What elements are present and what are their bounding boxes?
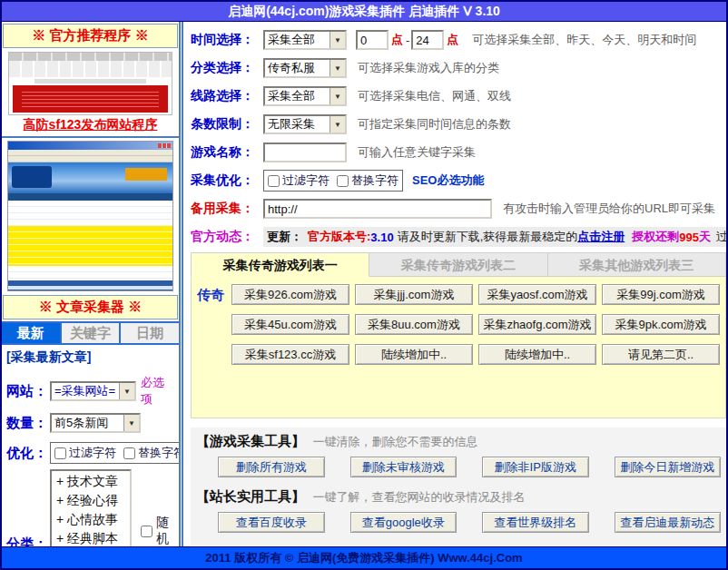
- collect-game-button[interactable]: 采集jjj.com游戏: [355, 284, 473, 305]
- tab-keyword[interactable]: 关键字: [62, 323, 122, 343]
- tab-legend-list-2[interactable]: 采集传奇游戏列表二: [369, 252, 547, 277]
- delete-unreviewed-games-button[interactable]: 删除未审核游戏: [350, 457, 457, 477]
- collect-optimize-row: 采集优化： 过滤字符 替换字符 SEO必选功能: [191, 171, 726, 191]
- seo-hint: SEO必选功能: [412, 172, 484, 189]
- chevron-down-icon[interactable]: ▼: [330, 88, 345, 104]
- collect-game-button[interactable]: 采集8uu.com游戏: [355, 314, 473, 335]
- category-listbox[interactable]: + 技术文章 + 经验心得 + 心情故事 + 经典脚本: [50, 469, 132, 546]
- tab-latest[interactable]: 最新: [2, 323, 62, 343]
- promo-caption-link[interactable]: 高防sf123发布网站程序: [2, 115, 179, 138]
- limit-help: 可指定采集同时间信息的条数: [358, 116, 511, 133]
- check-baidu-index-button[interactable]: 查看百度收录: [218, 512, 325, 533]
- time-dot-1: 点: [391, 32, 403, 48]
- game-tools-title: 【游戏采集工具】: [196, 433, 305, 448]
- time-help: 可选择采集全部、昨天、今天、明天和时间: [472, 32, 696, 48]
- collect-game-button[interactable]: 陆续增加中..: [355, 344, 473, 365]
- collect-game-button[interactable]: 采集926.com游戏: [231, 284, 349, 305]
- site-select[interactable]: =采集网站= ▼: [50, 381, 136, 401]
- news-update: 更新：: [267, 229, 302, 245]
- time-row: 时间选择： 采集全部 ▼ 点 - 点 可选择采集全部、昨天、今天、明天和时间: [191, 30, 726, 50]
- filter-chars-label-main: 过滤字符: [282, 172, 330, 189]
- check-google-index-button[interactable]: 查看google收录: [350, 512, 457, 533]
- promo-screenshot-header: [9, 53, 172, 61]
- check-qidi-news-button[interactable]: 查看启迪最新动态: [615, 512, 722, 533]
- collect-game-button[interactable]: 采集zhaofg.com游戏: [478, 314, 596, 335]
- tab-legend-list-1[interactable]: 采集传奇游戏列表一: [191, 252, 369, 277]
- news-version: 3.10: [370, 231, 393, 244]
- game-name-input[interactable]: [263, 142, 347, 162]
- register-link[interactable]: 点击注册: [577, 229, 625, 245]
- collect-game-button[interactable]: 采集45u.com游戏: [231, 314, 349, 335]
- collect-game-button[interactable]: 采集9pk.com游戏: [602, 314, 720, 335]
- collect-game-button[interactable]: 陆续增加中..: [478, 344, 596, 365]
- limit-row: 条数限制： 无限采集 ▼ 可指定采集同时间信息的条数: [191, 114, 726, 134]
- replace-chars-label: 替换字符: [138, 445, 179, 461]
- collect-game-button[interactable]: 采集yaosf.com游戏: [478, 284, 596, 305]
- filter-chars-checkbox[interactable]: [54, 447, 66, 459]
- delete-non-ip-games-button[interactable]: 删除非IP版游戏: [482, 457, 589, 477]
- limit-select[interactable]: 无限采集 ▼: [263, 114, 347, 134]
- category-select-value: 传奇私服: [265, 60, 317, 76]
- collect-game-button[interactable]: 请见第二页..: [602, 344, 720, 365]
- chevron-down-icon[interactable]: ▼: [330, 32, 345, 48]
- collect-optimize-group: 过滤字符 替换字符: [263, 170, 403, 192]
- time-from-input[interactable]: [356, 30, 389, 50]
- game-name-row: 游戏名称： 可输入任意关键字采集: [191, 142, 726, 162]
- line-select[interactable]: 采集全部 ▼: [263, 86, 347, 106]
- tools-panel: 【游戏采集工具】 一键清除，删除您不需要的信息 删除所有游戏 删除未审核游戏 删…: [191, 428, 726, 545]
- count-label: 数量：: [6, 415, 50, 432]
- delete-all-games-button[interactable]: 删除所有游戏: [218, 457, 325, 477]
- site-row: 网站： =采集网站= ▼ 必选项: [6, 375, 174, 408]
- category-select-row: 分类选择： 传奇私服 ▼ 可选择采集游戏入库的分类: [191, 58, 726, 78]
- time-dot-2: 点: [447, 32, 458, 48]
- tab-date[interactable]: 日期: [121, 323, 179, 343]
- screenshot-rows: [8, 201, 172, 226]
- time-select[interactable]: 采集全部 ▼: [263, 30, 347, 50]
- count-select[interactable]: 前5条新闻 ▼: [50, 413, 141, 433]
- promo-screenshot-links: [9, 61, 172, 77]
- chevron-down-icon[interactable]: ▼: [123, 415, 139, 431]
- replace-chars-checkbox-main[interactable]: [337, 175, 349, 187]
- category-item[interactable]: + 经验心得: [56, 491, 125, 510]
- news-clipped-text: 过期: [716, 229, 726, 245]
- article-collector-header: ※ 文章采集器 ※: [3, 295, 178, 319]
- chevron-down-icon[interactable]: ▼: [330, 60, 345, 76]
- collect-optimize-label: 采集优化：: [191, 172, 263, 189]
- window-title: 启迪网(44cj.com)游戏采集插件 启迪插件 Ⅴ 3.10: [2, 2, 726, 22]
- screenshot-table-header: [8, 193, 172, 201]
- category-item[interactable]: + 心情故事: [56, 510, 125, 529]
- category-item[interactable]: + 经典脚本: [56, 529, 125, 546]
- delete-today-new-games-button[interactable]: 删除今日新增游戏: [615, 457, 722, 477]
- replace-chars-checkbox[interactable]: [123, 447, 135, 459]
- check-world-rank-button[interactable]: 查看世界级排名: [482, 512, 589, 533]
- article-collector-screenshot[interactable]: [7, 141, 173, 291]
- promo-screenshot[interactable]: [8, 52, 172, 115]
- news-row: 官方动态： 更新： 官方版本号: 3.10 请及时更新下载,获得最新最稳定的 点…: [191, 227, 726, 247]
- chevron-down-icon[interactable]: ▼: [330, 116, 345, 133]
- filter-chars-checkbox-main[interactable]: [268, 175, 280, 187]
- chevron-down-icon[interactable]: ▼: [119, 383, 134, 399]
- collect-game-button[interactable]: 采集99j.com游戏: [602, 284, 720, 305]
- promo-header: ※ 官方推荐程序 ※: [3, 24, 178, 48]
- game-tools-header: 【游戏采集工具】 一键清除，删除您不需要的信息: [196, 433, 721, 450]
- backup-url-input[interactable]: [263, 199, 492, 219]
- optimize-row: 优化： 过滤字符 替换字符: [6, 442, 174, 464]
- article-section-title: [采集最新文章]: [6, 348, 174, 369]
- game-tools-desc: 一键清除，删除您不需要的信息: [312, 435, 477, 448]
- count-row: 数量： 前5条新闻 ▼: [6, 413, 174, 433]
- category-select[interactable]: 传奇私服 ▼: [263, 58, 347, 78]
- backup-help: 有攻击时输入管理员给你的URL即可采集: [503, 201, 715, 217]
- time-to-input[interactable]: [411, 30, 444, 50]
- tab-other-list-3[interactable]: 采集其他游戏列表三: [548, 252, 726, 277]
- screenshot-banner: [8, 162, 172, 193]
- webmaster-tools-buttons: 查看百度收录 查看google收录 查看世界级排名 查看启迪最新动态: [218, 512, 721, 533]
- site-select-value: =采集网站=: [52, 383, 117, 399]
- category-select-label: 分类选择：: [191, 60, 263, 76]
- count-select-value: 前5条新闻: [52, 415, 110, 431]
- category-row: 分类： + 技术文章 + 经验心得 + 心情故事 + 经典脚本 随机: [6, 469, 174, 546]
- collect-game-button[interactable]: 采集sf123.cc游戏: [231, 344, 349, 365]
- game-list-tabs: 采集传奇游戏列表一 采集传奇游戏列表二 采集其他游戏列表三: [191, 252, 726, 277]
- category-item[interactable]: + 技术文章: [56, 472, 125, 491]
- random-checkbox[interactable]: [141, 526, 152, 537]
- line-label: 线路选择：: [191, 88, 263, 104]
